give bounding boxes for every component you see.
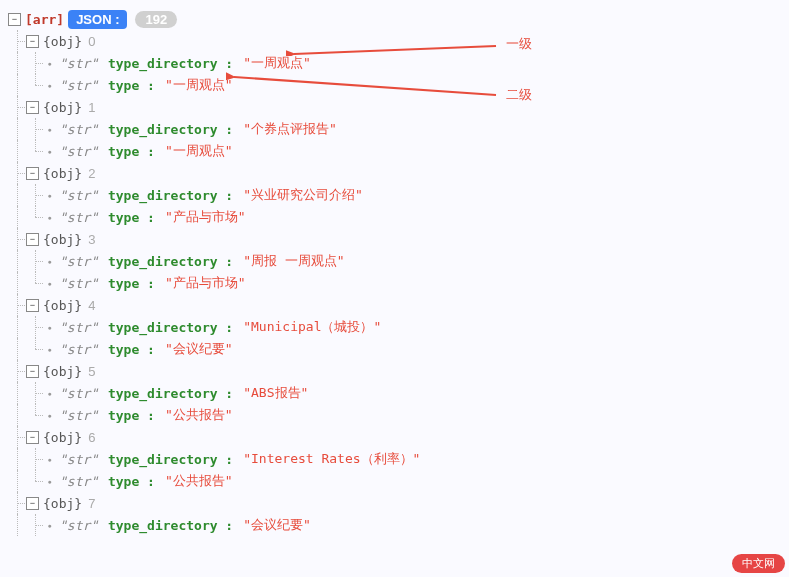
property-key: type : [100,210,155,225]
property-value: "Interest Rates（利率）" [243,450,420,468]
property-node: ● "str" type : "公共报告" [8,470,789,492]
property-value: "兴业研究公司介绍" [243,186,363,204]
object-tag: {obj} [43,232,82,247]
array-index: 5 [88,364,95,379]
property-node: ● "str" type : "会议纪要" [8,338,789,360]
property-node: ● "str" type_directory : "Interest Rates… [8,448,789,470]
object-tag: {obj} [43,496,82,511]
object-node: − {obj} 2 [8,162,789,184]
string-tag: "str" [59,474,98,489]
collapse-toggle[interactable]: − [26,233,39,246]
property-value: "公共报告" [165,406,233,424]
string-tag: "str" [59,276,98,291]
property-value: "Municipal（城投）" [243,318,381,336]
array-index: 0 [88,34,95,49]
property-key: type_directory : [100,452,233,467]
string-tag: "str" [59,518,98,533]
property-value: "产品与市场" [165,208,246,226]
annotation-level2: 二级 [506,86,532,104]
string-tag: "str" [59,320,98,335]
property-node: ● "str" type : "产品与市场" [8,206,789,228]
property-value: "会议纪要" [243,516,311,534]
object-node: − {obj} 6 [8,426,789,448]
collapse-toggle[interactable]: − [26,431,39,444]
property-value: "一周观点" [165,76,233,94]
object-tag: {obj} [43,364,82,379]
property-value: "一周观点" [165,142,233,160]
root-node: − [arr] JSON : 192 [8,8,789,30]
string-tag: "str" [59,408,98,423]
collapse-toggle[interactable]: − [8,13,21,26]
leaf-bullet-icon: ● [44,60,55,67]
collapse-toggle[interactable]: − [26,101,39,114]
object-node: − {obj} 1 [8,96,789,118]
property-value: "会议纪要" [165,340,233,358]
collapse-toggle[interactable]: − [26,497,39,510]
property-key: type : [100,276,155,291]
property-node: ● "str" type : "一周观点" [8,74,789,96]
property-key: type : [100,474,155,489]
leaf-bullet-icon: ● [44,192,55,199]
property-key: type_directory : [100,56,233,71]
array-index: 1 [88,100,95,115]
property-key: type_directory : [100,320,233,335]
json-badge: JSON : [68,10,127,29]
string-tag: "str" [59,188,98,203]
property-key: type : [100,408,155,423]
string-tag: "str" [59,342,98,357]
property-node: ● "str" type_directory : "兴业研究公司介绍" [8,184,789,206]
property-value: "ABS报告" [243,384,308,402]
leaf-bullet-icon: ● [44,258,55,265]
object-node: − {obj} 3 [8,228,789,250]
collapse-toggle[interactable]: − [26,365,39,378]
array-index: 4 [88,298,95,313]
property-key: type_directory : [100,122,233,137]
collapse-toggle[interactable]: − [26,299,39,312]
property-value: "周报 一周观点" [243,252,344,270]
leaf-bullet-icon: ● [44,412,55,419]
array-index: 6 [88,430,95,445]
property-key: type_directory : [100,188,233,203]
property-key: type : [100,342,155,357]
property-node: ● "str" type_directory : "会议纪要" [8,514,789,536]
string-tag: "str" [59,122,98,137]
string-tag: "str" [59,452,98,467]
leaf-bullet-icon: ● [44,346,55,353]
property-node: ● "str" type : "一周观点" [8,140,789,162]
object-node: − {obj} 4 [8,294,789,316]
string-tag: "str" [59,78,98,93]
leaf-bullet-icon: ● [44,82,55,89]
string-tag: "str" [59,144,98,159]
property-key: type : [100,78,155,93]
array-tag: [arr] [25,12,64,27]
array-index: 2 [88,166,95,181]
annotation-level1: 一级 [506,35,532,53]
json-tree-root: − [arr] JSON : 192 − {obj} 0 ● "str" typ… [8,8,789,536]
string-tag: "str" [59,254,98,269]
string-tag: "str" [59,56,98,71]
leaf-bullet-icon: ● [44,456,55,463]
property-node: ● "str" type_directory : "一周观点" [8,52,789,74]
object-node: − {obj} 5 [8,360,789,382]
leaf-bullet-icon: ● [44,478,55,485]
property-key: type_directory : [100,254,233,269]
property-value: "公共报告" [165,472,233,490]
collapse-toggle[interactable]: − [26,35,39,48]
object-tag: {obj} [43,298,82,313]
collapse-toggle[interactable]: − [26,167,39,180]
property-node: ● "str" type_directory : "周报 一周观点" [8,250,789,272]
object-tag: {obj} [43,34,82,49]
property-value: "一周观点" [243,54,311,72]
property-key: type_directory : [100,518,233,533]
object-tag: {obj} [43,166,82,181]
object-tag: {obj} [43,430,82,445]
property-node: ● "str" type_directory : "Municipal（城投）" [8,316,789,338]
leaf-bullet-icon: ● [44,148,55,155]
array-index: 7 [88,496,95,511]
property-value: "产品与市场" [165,274,246,292]
object-node: − {obj} 0 [8,30,789,52]
count-badge: 192 [135,11,177,28]
leaf-bullet-icon: ● [44,126,55,133]
property-value: "个券点评报告" [243,120,337,138]
leaf-bullet-icon: ● [44,324,55,331]
